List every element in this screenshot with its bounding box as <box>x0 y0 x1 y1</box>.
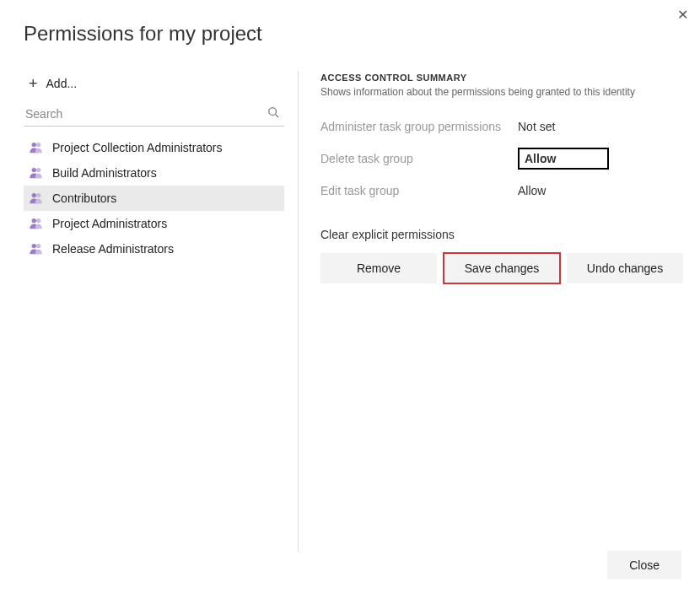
identity-label: Contributors <box>52 191 116 205</box>
group-icon <box>29 241 44 256</box>
svg-point-0 <box>269 108 277 116</box>
identity-label: Release Administrators <box>52 242 174 256</box>
identity-label: Project Administrators <box>52 217 167 230</box>
svg-point-3 <box>36 143 40 147</box>
group-icon <box>29 191 44 206</box>
svg-point-5 <box>36 168 40 172</box>
identity-list-item[interactable]: Project Collection Administrators <box>24 135 284 160</box>
permission-row: Delete task groupAllow <box>320 147 683 170</box>
close-icon[interactable]: ✕ <box>677 8 688 22</box>
search-input[interactable] <box>25 107 267 121</box>
close-button[interactable]: Close <box>607 551 681 580</box>
undo-changes-button[interactable]: Undo changes <box>567 253 683 283</box>
permission-label: Administer task group permissions <box>320 120 518 133</box>
svg-point-7 <box>36 193 40 197</box>
identity-list-pane: + Add... Project Collection Administrato… <box>24 71 298 552</box>
summary-subtext: Shows information about the permissions … <box>320 86 683 98</box>
identity-list-item[interactable]: Release Administrators <box>24 236 284 261</box>
identity-list: Project Collection AdministratorsBuild A… <box>24 135 284 261</box>
permission-row: Edit task groupAllow <box>320 179 683 202</box>
dialog-title: Permissions for my project <box>0 0 700 46</box>
svg-point-8 <box>32 218 36 223</box>
permission-row: Administer task group permissionsNot set <box>320 115 683 138</box>
dialog-footer: Close <box>607 551 681 580</box>
add-identity-button[interactable]: + Add... <box>24 71 284 103</box>
dialog-content: + Add... Project Collection Administrato… <box>0 71 700 552</box>
action-row: Remove Save changes Undo changes <box>320 253 683 283</box>
svg-point-10 <box>32 244 36 248</box>
add-identity-label: Add... <box>46 77 78 90</box>
identity-label: Project Collection Administrators <box>52 141 223 154</box>
permission-value[interactable]: Not set <box>518 118 555 135</box>
permission-label: Edit task group <box>320 184 518 197</box>
identity-list-item[interactable]: Project Administrators <box>24 211 284 236</box>
group-icon <box>29 140 44 155</box>
search-icon <box>267 106 279 121</box>
permissions-pane: ACCESS CONTROL SUMMARY Shows information… <box>299 71 700 552</box>
svg-line-1 <box>276 115 279 118</box>
permission-value-select[interactable]: Allow <box>518 148 609 170</box>
search-field[interactable] <box>24 103 284 127</box>
remove-button[interactable]: Remove <box>320 253 437 283</box>
group-icon <box>29 165 44 181</box>
svg-point-9 <box>36 218 40 223</box>
svg-point-11 <box>36 244 40 248</box>
clear-explicit-permissions-link[interactable]: Clear explicit permissions <box>320 228 455 241</box>
svg-point-4 <box>32 168 36 172</box>
identity-label: Build Administrators <box>52 166 157 180</box>
plus-icon: + <box>29 76 38 91</box>
svg-point-2 <box>32 143 36 147</box>
summary-heading: ACCESS CONTROL SUMMARY <box>320 73 683 83</box>
identity-list-item[interactable]: Contributors <box>24 186 284 211</box>
permission-value[interactable]: Allow <box>518 182 546 199</box>
save-changes-button[interactable]: Save changes <box>444 253 560 283</box>
group-icon <box>29 216 44 231</box>
identity-list-item[interactable]: Build Administrators <box>24 160 284 186</box>
permission-rows: Administer task group permissionsNot set… <box>320 115 683 202</box>
svg-point-6 <box>32 193 36 197</box>
permission-label: Delete task group <box>320 152 518 165</box>
